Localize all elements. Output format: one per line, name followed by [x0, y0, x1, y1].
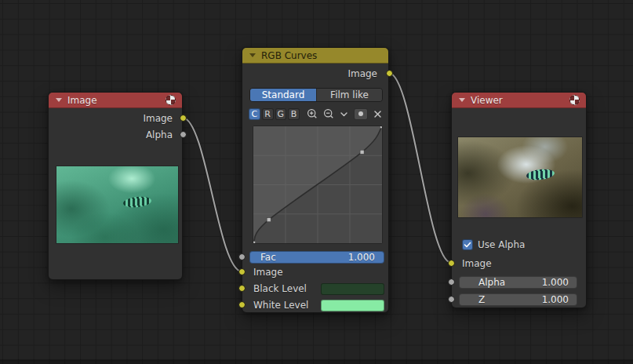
zoom-in-icon[interactable]: [307, 108, 318, 119]
checkmark-icon: [464, 241, 471, 249]
node-editor-canvas[interactable]: Image Image Alpha RGB Curves Image Stand…: [0, 0, 633, 364]
link-image-to-curves[interactable]: [183, 118, 242, 271]
zoom-out-icon[interactable]: [323, 108, 334, 119]
output-label-image: Image: [78, 111, 173, 126]
viewer-preview: [457, 136, 583, 218]
z-label: Z: [478, 294, 485, 305]
curve-toolbar: [301, 108, 382, 120]
fac-value: 1.000: [348, 252, 375, 263]
output-socket-image[interactable]: [386, 70, 393, 77]
chevron-down-icon[interactable]: [340, 110, 348, 118]
input-label-image: Image: [462, 257, 492, 271]
alpha-value: 1.000: [542, 277, 569, 288]
collapse-arrow-icon[interactable]: [56, 98, 62, 102]
clipping-options-button[interactable]: [354, 108, 368, 120]
tab-standard[interactable]: Standard: [250, 89, 316, 101]
input-label-black-level: Black Level: [253, 283, 307, 295]
link-curves-to-viewer-shadow: [389, 73, 451, 263]
alpha-field[interactable]: Alpha 1.000: [459, 276, 577, 289]
clipping-dot-icon: [358, 111, 363, 116]
channel-button-g[interactable]: G: [275, 108, 287, 120]
input-label-white-level: White Level: [253, 300, 308, 311]
tab-film-like[interactable]: Film like: [316, 89, 382, 101]
fish-in-preview: [526, 168, 555, 181]
input-socket-fac[interactable]: [238, 253, 246, 260]
fac-slider[interactable]: Fac 1.000: [249, 251, 384, 264]
z-field[interactable]: Z 1.000: [459, 293, 577, 306]
fish-in-preview: [123, 195, 152, 209]
rgb-curves-node[interactable]: RGB Curves Image Standard Film like C R …: [242, 47, 389, 313]
z-value: 1.000: [542, 294, 569, 305]
image-node[interactable]: Image Image Alpha: [48, 92, 183, 280]
collapse-arrow-icon[interactable]: [459, 98, 465, 102]
link-curves-to-viewer[interactable]: [389, 73, 451, 263]
canvas-edge-shade: [0, 359, 633, 364]
input-socket-image[interactable]: [238, 268, 246, 275]
collapse-arrow-icon[interactable]: [249, 53, 256, 57]
delete-point-icon[interactable]: [373, 110, 382, 118]
fac-label: Fac: [260, 252, 276, 263]
tone-mode-tabs: Standard Film like: [249, 88, 383, 102]
output-socket-alpha[interactable]: [180, 131, 187, 138]
curve-editor[interactable]: [253, 126, 383, 244]
channel-button-b[interactable]: B: [288, 108, 300, 120]
output-label-image: Image: [283, 67, 377, 81]
use-alpha-checkbox[interactable]: [462, 239, 473, 250]
output-label-alpha: Alpha: [78, 128, 173, 142]
input-socket-image[interactable]: [448, 260, 455, 267]
input-socket-white-level[interactable]: [238, 301, 246, 308]
channel-button-r[interactable]: R: [262, 108, 274, 120]
node-title: Viewer: [471, 95, 503, 106]
alpha-label: Alpha: [478, 277, 505, 288]
image-preview: [56, 166, 179, 244]
viewer-node[interactable]: Viewer Use Alpha Image Alpha 1.000 Z 1.0…: [451, 92, 587, 308]
input-label-image: Image: [253, 266, 283, 279]
channel-row: C R G B: [249, 107, 382, 120]
black-level-swatch[interactable]: [321, 283, 384, 295]
sphere-icon: [166, 95, 176, 105]
output-socket-image[interactable]: [180, 115, 187, 122]
link-image-to-curves-shadow: [183, 118, 242, 271]
curve-plot: [253, 126, 382, 243]
node-title: Image: [67, 95, 97, 106]
white-level-swatch[interactable]: [321, 300, 384, 311]
image-node-header[interactable]: Image: [49, 93, 182, 108]
viewer-node-header[interactable]: Viewer: [452, 93, 586, 108]
input-socket-z[interactable]: [448, 296, 455, 303]
channel-button-c[interactable]: C: [249, 108, 260, 120]
sphere-icon: [569, 95, 580, 105]
rgb-curves-node-header[interactable]: RGB Curves: [242, 48, 388, 64]
use-alpha-label: Use Alpha: [478, 238, 525, 251]
node-title: RGB Curves: [261, 50, 317, 61]
input-socket-black-level[interactable]: [238, 285, 246, 292]
input-socket-alpha[interactable]: [448, 278, 455, 286]
